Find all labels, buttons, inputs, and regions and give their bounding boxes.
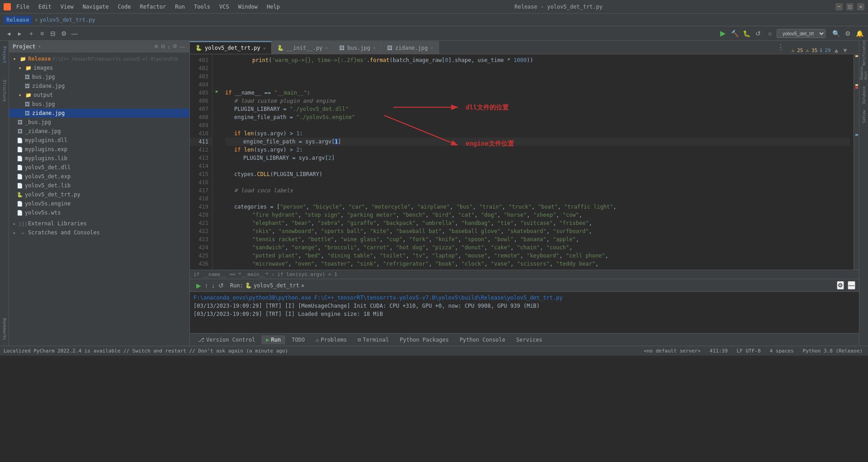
- bookmarks-panel-icon[interactable]: Bookmarks: [2, 314, 7, 344]
- tab-yolov5-trt[interactable]: 🐍 yolov5_det_trt.py ✕: [190, 41, 272, 54]
- bottom-tab-python-console[interactable]: Python Console: [455, 335, 510, 344]
- tree-item-bus-img[interactable]: 🖼 bus.jpg: [9, 72, 189, 81]
- tree-item-yolov5-det-exp[interactable]: 📄 yolov5_det.exp: [9, 172, 189, 181]
- warnings-down-button[interactable]: ▼: [842, 47, 848, 54]
- run-close-button[interactable]: —: [848, 281, 855, 290]
- project-add-btn[interactable]: ⊕: [153, 43, 159, 50]
- toolbar-add-button[interactable]: +: [26, 29, 36, 38]
- project-settings-btn[interactable]: ⚙: [172, 43, 178, 50]
- global-search-button[interactable]: 🔍: [831, 29, 841, 38]
- tree-item-zidane-underscore[interactable]: 🖼 _zidane.jpg: [9, 127, 189, 136]
- warnings-up-button[interactable]: ▲: [834, 47, 840, 54]
- release-badge[interactable]: Release: [4, 16, 32, 24]
- tree-item-myplugins-dll[interactable]: 📄 myplugins.dll: [9, 136, 189, 145]
- tree-item-bus-underscore[interactable]: 🖼 _bus.jpg: [9, 118, 189, 127]
- project-sort-btn[interactable]: ↕: [167, 43, 171, 50]
- run-arrow-405[interactable]: ▶: [216, 89, 218, 94]
- menu-tools[interactable]: Tools: [192, 3, 212, 11]
- code-content[interactable]: print('warm_up->{}, time->{:.2f}ms'.form…: [222, 54, 854, 270]
- close-button[interactable]: ✕: [857, 3, 864, 10]
- tab-bus[interactable]: 🖼 bus.jpg ✕: [334, 41, 382, 54]
- tab-init[interactable]: 🐍 __init__.py ✕: [272, 41, 334, 54]
- tab-zidane[interactable]: 🖼 zidane.jpg ✕: [382, 41, 439, 54]
- saview-panel-icon[interactable]: SaView: [860, 108, 868, 126]
- bottom-tab-problems[interactable]: ⚠ Problems: [311, 335, 351, 344]
- toolbar-list-button[interactable]: ≡: [37, 29, 47, 38]
- toolbar-minus-button[interactable]: —: [70, 29, 80, 38]
- status-encoding[interactable]: LF UTF-8: [735, 348, 763, 354]
- tree-item-zidane-out[interactable]: 🖼 zidane.jpg: [9, 109, 189, 118]
- profile-button[interactable]: ↺: [753, 29, 763, 38]
- bottom-tab-services[interactable]: Services: [512, 335, 547, 344]
- status-python[interactable]: Python 3.8 (Release): [801, 348, 864, 354]
- tree-item-images[interactable]: ▾ 📁 images: [9, 63, 189, 72]
- tree-item-yolov5s-engine[interactable]: 📄 yolov5s.engine: [9, 199, 189, 208]
- run-settings-button[interactable]: ⚙: [837, 281, 844, 290]
- structure-panel-icon[interactable]: Structure: [2, 76, 7, 105]
- database-panel-icon[interactable]: Database: [860, 86, 868, 104]
- bottom-tab-terminal[interactable]: ⊡ Terminal: [353, 335, 393, 344]
- run-rerun-button[interactable]: ↺: [217, 281, 225, 290]
- tree-item-release[interactable]: ▾ 📁 Release F:\C++_tensorRT\tensorrtx-yo…: [9, 54, 189, 63]
- tab-init-close[interactable]: ✕: [325, 45, 328, 50]
- menu-code[interactable]: Code: [116, 3, 133, 11]
- menu-edit[interactable]: Edit: [37, 3, 53, 11]
- code-editor[interactable]: 401 402 403 404 405 406 407 408 409 410 …: [190, 54, 859, 270]
- coverage-button[interactable]: ○: [765, 29, 775, 38]
- menu-navigate[interactable]: Navigate: [81, 3, 111, 11]
- more-tabs-button[interactable]: ⋮: [774, 41, 788, 54]
- bottom-tab-python-packages[interactable]: Python Packages: [395, 335, 453, 344]
- tree-item-output[interactable]: ▾ 📁 output: [9, 90, 189, 100]
- tree-item-scratches[interactable]: ▸ ✏ Scratches and Consoles: [9, 228, 189, 237]
- project-dropdown-icon[interactable]: ▾: [38, 44, 41, 49]
- status-position[interactable]: 411:39: [708, 348, 730, 354]
- tree-item-bus-out[interactable]: 🖼 bus.jpg: [9, 100, 189, 109]
- run-stop-button[interactable]: ↑: [204, 281, 209, 290]
- bottom-tab-version-control[interactable]: ⎇ Version Control: [193, 335, 259, 344]
- menu-refactor[interactable]: Refactor: [138, 3, 168, 11]
- maximize-button[interactable]: □: [846, 3, 854, 10]
- tree-item-yolov5-det-trt-py[interactable]: 🐍 yolov5_det_trt.py: [9, 190, 189, 199]
- tree-item-myplugins-exp[interactable]: 📄 myplugins.exp: [9, 145, 189, 154]
- toolbar-settings-button[interactable]: ⚙: [59, 29, 69, 38]
- tab-bus-close[interactable]: ✕: [373, 45, 376, 50]
- tree-item-yolov5-det-lib[interactable]: 📄 yolov5_det.lib: [9, 181, 189, 190]
- project-collapse-btn[interactable]: ⊟: [160, 43, 166, 50]
- gutter-405[interactable]: ▶: [212, 87, 222, 95]
- build-button[interactable]: 🔨: [730, 29, 740, 38]
- status-indent[interactable]: 4 spaces: [768, 348, 796, 354]
- debug-button[interactable]: 🐛: [741, 29, 751, 38]
- run-config-select[interactable]: yolov5_det_trt: [777, 29, 826, 38]
- run-close-tab-btn[interactable]: ✕: [301, 282, 304, 289]
- settings-gear-button[interactable]: ⚙: [843, 29, 853, 38]
- menu-file[interactable]: File: [14, 3, 31, 11]
- remote-host-panel-icon[interactable]: Remote Host: [860, 64, 868, 82]
- tree-item-yolov5s-wts[interactable]: 📄 yolov5s.wts: [9, 208, 189, 217]
- menu-vcs[interactable]: VCS: [217, 3, 231, 11]
- project-panel-icon[interactable]: Project: [2, 43, 7, 67]
- bottom-tab-run[interactable]: ▶ Run: [261, 335, 285, 344]
- run-scroll-button[interactable]: ↓: [211, 281, 216, 290]
- toolbar-back-button[interactable]: ◂: [4, 29, 14, 38]
- run-button[interactable]: ▶: [718, 29, 728, 38]
- tree-item-myplugins-lib[interactable]: 📄 myplugins.lib: [9, 154, 189, 163]
- toolbar-pin-button[interactable]: ⊟: [48, 29, 58, 38]
- minimize-button[interactable]: ─: [835, 3, 843, 10]
- tree-item-yolov5-det-dll[interactable]: 📄 yolov5_det.dll: [9, 163, 189, 172]
- status-server[interactable]: <no default server>: [642, 348, 703, 354]
- bottom-tab-todo[interactable]: TODO: [287, 335, 309, 344]
- toolbar-forward-button[interactable]: ▸: [14, 29, 24, 38]
- run-play-button[interactable]: ▶: [195, 281, 202, 290]
- menu-window[interactable]: Window: [236, 3, 259, 11]
- tree-item-zidane-img[interactable]: 🖼 zidane.jpg: [9, 81, 189, 90]
- notifications-button[interactable]: 🔔: [854, 29, 864, 38]
- project-hide-btn[interactable]: —: [179, 43, 186, 50]
- tab-zidane-close[interactable]: ✕: [430, 45, 433, 50]
- tree-item-external-libraries[interactable]: ▸ ||| External Libraries: [9, 219, 189, 228]
- tab-yolov5-trt-close[interactable]: ✕: [263, 46, 266, 51]
- menu-run[interactable]: Run: [173, 3, 187, 11]
- notifications-panel-icon[interactable]: Notifications: [860, 43, 868, 61]
- run-command-link[interactable]: F:\anaconda_envs\python38\python.exe F:\…: [193, 295, 562, 301]
- menu-help[interactable]: Help: [265, 3, 282, 11]
- menu-view[interactable]: View: [59, 3, 75, 11]
